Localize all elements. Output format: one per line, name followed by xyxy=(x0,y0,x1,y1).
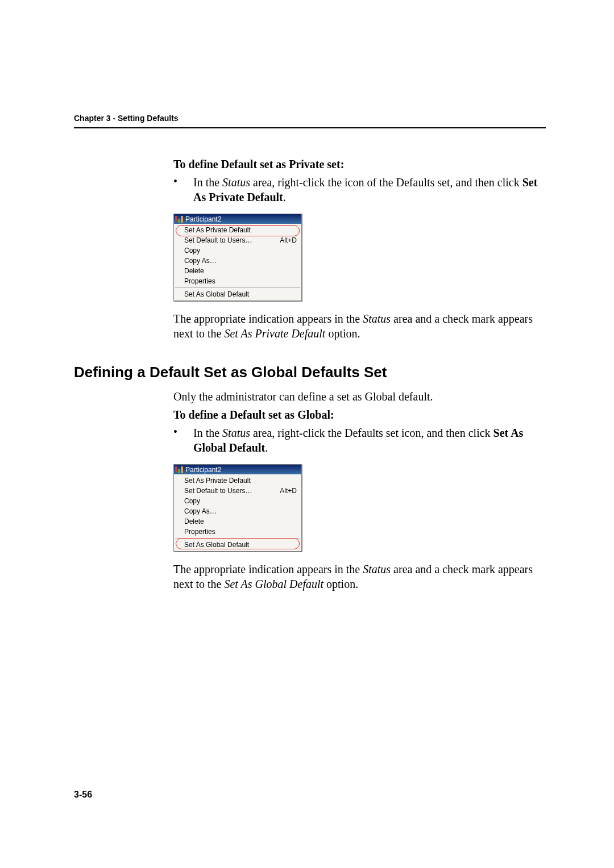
bullet-global-text: In the Status area, right-click the Defa… xyxy=(193,425,546,455)
section-private: To define Default set as Private set: • … xyxy=(173,157,546,341)
t: Set As Global Default xyxy=(224,578,323,590)
menu-separator xyxy=(175,287,300,288)
bullet-private: • In the Status area, right-click the ic… xyxy=(173,175,546,205)
menu-item-set-users[interactable]: Set Default to Users…Alt+D xyxy=(174,235,301,245)
status-word: Status xyxy=(363,312,391,325)
result-private: The appropriate indication appears in th… xyxy=(173,311,546,341)
context-menu-figure-2: Participant2 Set As Private Default Set … xyxy=(173,464,302,552)
t: In the xyxy=(193,427,222,439)
t: . xyxy=(265,441,268,454)
menu-item-set-global[interactable]: Set As Global Default xyxy=(174,540,301,550)
menu-item-copy[interactable]: Copy xyxy=(174,496,301,506)
status-word: Status xyxy=(222,427,250,439)
menu-item-copy-as[interactable]: Copy As… xyxy=(174,256,301,266)
menu-titlebar: Participant2 xyxy=(174,214,301,224)
t: Copy As… xyxy=(184,257,217,265)
t: The appropriate indication appears in th… xyxy=(173,312,363,325)
bullet-private-text: In the Status area, right-click the icon… xyxy=(193,175,546,205)
menu-title: Participant2 xyxy=(185,466,221,474)
status-word: Status xyxy=(363,563,391,575)
t: The appropriate indication appears in th… xyxy=(173,563,363,575)
t: area, right-click the icon of the Defaul… xyxy=(250,176,522,189)
menu-item-copy[interactable]: Copy xyxy=(174,245,301,256)
bullet-dot-icon: • xyxy=(173,425,193,455)
t: Copy As… xyxy=(184,507,217,515)
menu-item-set-users[interactable]: Set Default to Users…Alt+D xyxy=(174,486,301,496)
lead-global: To define a Default set as Global: xyxy=(173,407,546,422)
t: Delete xyxy=(184,267,204,275)
menu-item-delete[interactable]: Delete xyxy=(174,266,301,276)
menu-item-copy-as[interactable]: Copy As… xyxy=(174,506,301,516)
t: . xyxy=(283,191,286,203)
participant-icon xyxy=(175,466,183,473)
result-global: The appropriate indication appears in th… xyxy=(173,562,546,591)
t: Set As Private Default xyxy=(184,226,251,234)
bullet-global: • In the Status area, right-click the De… xyxy=(173,425,546,455)
menu-body: Set As Private Default Set Default to Us… xyxy=(174,224,301,301)
t: option. xyxy=(323,578,358,590)
menu-item-set-private[interactable]: Set As Private Default xyxy=(174,475,301,486)
intro-global: Only the administrator can define a set … xyxy=(173,389,546,404)
menu-item-set-global[interactable]: Set As Global Default xyxy=(174,289,301,299)
context-menu-figure-1: Participant2 Set As Private Default Set … xyxy=(173,214,302,301)
menu-body: Set As Private Default Set Default to Us… xyxy=(174,474,301,551)
menu-item-set-private[interactable]: Set As Private Default xyxy=(174,225,301,235)
menu-title: Participant2 xyxy=(185,215,221,223)
t: Set As Global Default xyxy=(184,541,249,549)
menu-titlebar: Participant2 xyxy=(174,465,301,474)
bullet-dot-icon: • xyxy=(173,175,193,205)
menu-item-delete[interactable]: Delete xyxy=(174,516,301,527)
t: Delete xyxy=(184,518,204,525)
menu-item-properties[interactable]: Properties xyxy=(174,527,301,537)
running-header: Chapter 3 - Setting Defaults xyxy=(74,114,546,123)
menu-item-properties[interactable]: Properties xyxy=(174,276,301,286)
t: Set Default to Users… xyxy=(184,236,252,244)
t: Properties xyxy=(184,528,215,536)
t: Copy xyxy=(184,497,200,505)
accel: Alt+D xyxy=(280,236,297,244)
t: Set As Global Default xyxy=(184,290,249,298)
lead-private: To define Default set as Private set: xyxy=(173,157,546,172)
t: In the xyxy=(193,176,222,189)
t: option. xyxy=(325,327,360,340)
t: Copy xyxy=(184,247,200,254)
t: Set As Private Default xyxy=(224,327,325,340)
status-word: Status xyxy=(222,176,250,189)
page-number: 3-56 xyxy=(74,790,92,800)
heading-global: Defining a Default Set as Global Default… xyxy=(74,364,546,381)
t: Set As Private Default xyxy=(184,477,251,485)
menu-separator xyxy=(175,538,300,539)
page: Chapter 3 - Setting Defaults To define D… xyxy=(0,0,614,868)
participant-icon xyxy=(175,216,183,223)
header-rule xyxy=(74,127,546,128)
t: area, right-click the Defaults set icon,… xyxy=(250,427,493,439)
t: Properties xyxy=(184,277,215,285)
section-global: Only the administrator can define a set … xyxy=(173,389,546,591)
accel: Alt+D xyxy=(280,487,297,495)
t: Set Default to Users… xyxy=(184,487,252,495)
